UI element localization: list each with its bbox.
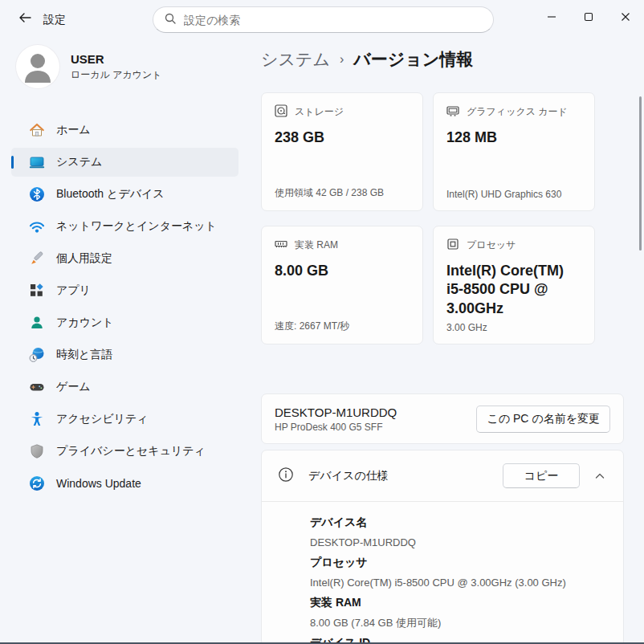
copy-button[interactable]: コピー (503, 463, 580, 488)
sidebar-item-gaming[interactable]: ゲーム (11, 373, 238, 401)
device-specs-header[interactable]: デバイスの仕様 コピー (262, 450, 623, 502)
graphics-card-icon (446, 104, 459, 120)
sidebar-item-label: アカウント (56, 316, 114, 330)
sidebar-item-accessibility[interactable]: アクセシビリティ (11, 405, 238, 434)
sidebar-item-personalization[interactable]: 個人用設定 (11, 244, 238, 273)
apps-icon (29, 283, 45, 299)
spec-value: DESKTOP-M1URDDQ (310, 532, 610, 552)
sidebar-item-windows-update[interactable]: Windows Update (11, 469, 238, 498)
sidebar-item-network-internet[interactable]: ネットワークとインターネット (11, 212, 238, 241)
user-profile[interactable]: USER ローカル アカウント (16, 45, 162, 88)
breadcrumb-parent[interactable]: システム (261, 48, 330, 71)
sidebar-item-home[interactable]: ホーム (11, 116, 238, 145)
chevron-up-icon (594, 471, 605, 482)
collapse-button[interactable] (586, 463, 613, 488)
card-value: 8.00 GB (275, 262, 410, 280)
sidebar-item-label: 個人用設定 (56, 251, 112, 266)
card-caption: 使用領域 42 GB / 238 GB (275, 186, 384, 200)
page-title: バージョン情報 (353, 48, 473, 71)
app-title: 設定 (43, 0, 66, 39)
minimize-button[interactable] (533, 0, 570, 34)
device-name: DESKTOP-M1URDDQ (275, 406, 397, 419)
card-label: プロセッサ (467, 238, 516, 252)
storage-icon (275, 104, 287, 120)
personalization-icon (29, 251, 45, 267)
back-button[interactable] (11, 6, 39, 32)
device-specs-card: デバイスの仕様 コピー デバイス名 DESKTOP-M1URDDQ プロセッサ … (261, 450, 624, 644)
device-specs-title: デバイスの仕様 (308, 469, 389, 483)
sidebar-item-label: ゲーム (56, 380, 91, 394)
privacy-icon (29, 443, 45, 459)
windows-update-icon (29, 475, 45, 491)
info-icon (278, 467, 294, 486)
user-account-type: ローカル アカウント (71, 68, 162, 82)
spec-label: デバイス名 (310, 512, 610, 532)
accounts-icon (29, 315, 45, 331)
sidebar-item-label: ホーム (56, 123, 91, 137)
sidebar-item-label: 時刻と言語 (56, 348, 112, 362)
search-input[interactable] (184, 14, 482, 26)
ram-icon (275, 238, 287, 253)
device-name-block: DESKTOP-M1URDDQ HP ProDesk 400 G5 SFF (275, 406, 397, 433)
gaming-icon (29, 379, 45, 395)
card-caption: Intel(R) UHD Graphics 630 (446, 189, 561, 200)
search-icon (165, 13, 176, 27)
card-label: 実装 RAM (295, 238, 338, 252)
close-icon (621, 12, 630, 22)
card-value: 128 MB (446, 128, 581, 147)
spec-value: Intel(R) Core(TM) i5-8500 CPU @ 3.00GHz … (310, 573, 610, 593)
device-model: HP ProDesk 400 G5 SFF (275, 422, 397, 433)
system-icon (29, 154, 45, 170)
card-caption: 3.00 GHz (446, 322, 487, 333)
scrollbar[interactable] (639, 96, 642, 251)
processor-icon (446, 238, 459, 253)
sidebar-item-bluetooth-devices[interactable]: Bluetooth とデバイス (11, 180, 238, 209)
sidebar-item-apps[interactable]: アプリ (11, 276, 238, 305)
accessibility-icon (29, 411, 45, 427)
sidebar-item-privacy-security[interactable]: プライバシーとセキュリティ (11, 437, 238, 466)
network-icon (29, 218, 45, 234)
sidebar-item-accounts[interactable]: アカウント (11, 308, 238, 337)
close-button[interactable] (607, 0, 644, 34)
sidebar-item-system[interactable]: システム (11, 148, 238, 177)
breadcrumb-separator-icon: › (340, 52, 344, 67)
spec-value: 8.00 GB (7.84 GB 使用可能) (310, 613, 610, 633)
sidebar-item-label: Windows Update (56, 477, 141, 490)
sidebar-item-time-language[interactable]: 時刻と言語 (11, 340, 238, 369)
card-caption: 速度: 2667 MT/秒 (275, 320, 349, 333)
titlebar: 設定 (0, 0, 644, 39)
sidebar-nav: ホーム システム Bluetooth とデバイス ネットワークとインタ (11, 116, 238, 501)
settings-window: 設定 USER ローカル アカウント (0, 0, 644, 644)
maximize-icon (584, 12, 593, 22)
main-content: システム › バージョン情報 ストレージ 238 GB 使用領域 42 GB /… (261, 39, 644, 644)
user-name: USER (71, 52, 162, 66)
user-text: USER ローカル アカウント (71, 52, 162, 82)
card-label: ストレージ (295, 105, 344, 119)
breadcrumb: システム › バージョン情報 (261, 48, 473, 71)
sidebar-item-label: Bluetooth とデバイス (56, 187, 165, 202)
bluetooth-icon (29, 186, 45, 202)
maximize-button[interactable] (570, 0, 607, 34)
search-box[interactable] (153, 6, 494, 33)
storage-card: ストレージ 238 GB 使用領域 42 GB / 238 GB (261, 92, 423, 211)
home-icon (29, 122, 45, 138)
card-label: グラフィックス カード (467, 105, 568, 119)
selected-indicator (11, 156, 14, 169)
spec-label: プロセッサ (310, 552, 610, 573)
back-arrow-icon (18, 11, 31, 27)
sidebar: USER ローカル アカウント ホーム システム (0, 39, 249, 644)
card-value: Intel(R) Core(TM) i5-8500 CPU @ 3.00GHz (446, 262, 581, 318)
sidebar-item-label: システム (56, 155, 102, 169)
ram-card: 実装 RAM 8.00 GB 速度: 2667 MT/秒 (261, 226, 423, 344)
sidebar-item-label: アクセシビリティ (56, 412, 149, 426)
rename-pc-button[interactable]: この PC の名前を変更 (476, 406, 610, 433)
device-name-card: DESKTOP-M1URDDQ HP ProDesk 400 G5 SFF この… (261, 393, 624, 444)
processor-card: プロセッサ Intel(R) Core(TM) i5-8500 CPU @ 3.… (433, 226, 595, 344)
device-specs-details: デバイス名 DESKTOP-M1URDDQ プロセッサ Intel(R) Cor… (262, 502, 623, 644)
graphics-card: グラフィックス カード 128 MB Intel(R) UHD Graphics… (433, 92, 595, 211)
sidebar-item-label: ネットワークとインターネット (56, 219, 217, 234)
sidebar-item-label: アプリ (56, 283, 91, 298)
time-language-icon (29, 347, 45, 363)
sidebar-item-label: プライバシーとセキュリティ (56, 444, 206, 459)
info-cards: ストレージ 238 GB 使用領域 42 GB / 238 GB グラフィックス… (261, 92, 595, 344)
